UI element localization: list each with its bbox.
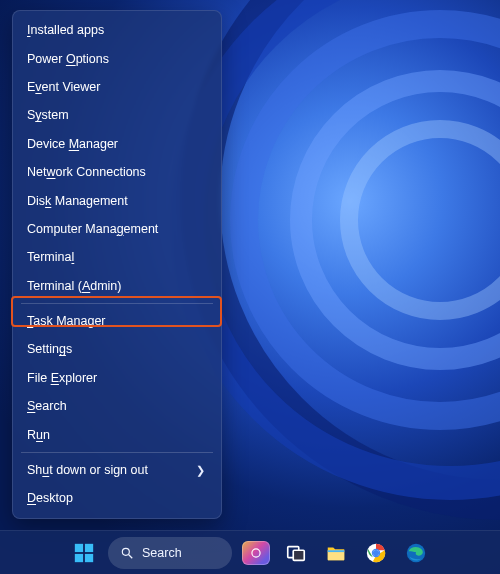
winx-context-menu: Installed appsPower OptionsEvent ViewerS…	[12, 10, 222, 519]
file-explorer-button[interactable]	[320, 537, 352, 569]
search-icon	[120, 546, 134, 560]
menu-item-label: Event Viewer	[27, 80, 100, 94]
menu-item-label: Task Manager	[27, 314, 106, 328]
menu-item-installed-apps[interactable]: Installed apps	[13, 16, 221, 44]
menu-item-event-viewer[interactable]: Event Viewer	[13, 73, 221, 101]
menu-item-label: Terminal (Admin)	[27, 279, 121, 293]
copilot-button[interactable]	[240, 537, 272, 569]
menu-item-label: File Explorer	[27, 371, 97, 385]
menu-item-file-explorer[interactable]: File Explorer	[13, 364, 221, 392]
menu-item-system[interactable]: System	[13, 101, 221, 129]
chrome-icon	[365, 542, 387, 564]
task-view-icon	[285, 542, 307, 564]
menu-item-label: Power Options	[27, 52, 109, 66]
menu-item-label: Shut down or sign out	[27, 463, 148, 477]
svg-rect-1	[85, 543, 93, 551]
taskbar-search-label: Search	[142, 546, 182, 560]
svg-rect-3	[85, 553, 93, 561]
menu-item-settings[interactable]: Settings	[13, 335, 221, 363]
edge-icon	[405, 542, 427, 564]
svg-rect-0	[75, 543, 83, 551]
svg-point-4	[122, 548, 129, 555]
svg-rect-9	[328, 550, 345, 552]
svg-line-5	[129, 554, 133, 558]
menu-item-terminal-admin[interactable]: Terminal (Admin)	[13, 272, 221, 300]
menu-item-search[interactable]: Search	[13, 392, 221, 420]
copilot-icon	[242, 541, 270, 565]
menu-separator	[21, 303, 213, 304]
menu-item-label: System	[27, 108, 69, 122]
menu-item-desktop[interactable]: Desktop	[13, 484, 221, 512]
menu-item-disk-management[interactable]: Disk Management	[13, 186, 221, 214]
svg-rect-2	[75, 553, 83, 561]
menu-item-label: Device Manager	[27, 137, 118, 151]
chevron-right-icon: ❯	[196, 464, 207, 477]
menu-separator	[21, 452, 213, 453]
menu-item-run[interactable]: Run	[13, 420, 221, 448]
menu-item-computer-management[interactable]: Computer Management	[13, 215, 221, 243]
menu-item-label: Terminal	[27, 250, 74, 264]
menu-item-label: Search	[27, 399, 67, 413]
menu-item-power-options[interactable]: Power Options	[13, 44, 221, 72]
menu-item-label: Settings	[27, 342, 72, 356]
taskbar-search[interactable]: Search	[108, 537, 232, 569]
chrome-button[interactable]	[360, 537, 392, 569]
taskbar: Search	[0, 530, 500, 574]
menu-item-terminal[interactable]: Terminal	[13, 243, 221, 271]
menu-item-label: Run	[27, 428, 50, 442]
windows-logo-icon	[73, 542, 95, 564]
menu-item-label: Installed apps	[27, 23, 104, 37]
folder-icon	[325, 542, 347, 564]
svg-point-13	[373, 549, 379, 555]
menu-item-label: Desktop	[27, 491, 73, 505]
menu-item-device-manager[interactable]: Device Manager	[13, 130, 221, 158]
menu-item-label: Network Connections	[27, 165, 146, 179]
task-view-button[interactable]	[280, 537, 312, 569]
start-button[interactable]	[68, 537, 100, 569]
menu-item-label: Computer Management	[27, 222, 158, 236]
edge-button[interactable]	[400, 537, 432, 569]
menu-item-shut-down-or-sign-out[interactable]: Shut down or sign out❯	[13, 456, 221, 484]
menu-item-label: Disk Management	[27, 194, 128, 208]
svg-rect-8	[293, 550, 304, 560]
svg-point-6	[252, 548, 260, 556]
menu-item-network-connections[interactable]: Network Connections	[13, 158, 221, 186]
menu-item-task-manager[interactable]: Task Manager	[13, 307, 221, 335]
